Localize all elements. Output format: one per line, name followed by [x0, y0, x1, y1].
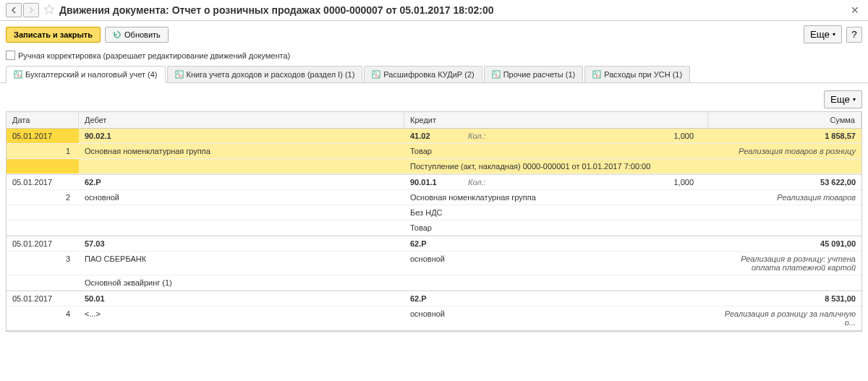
- col-header-date[interactable]: Дата: [7, 112, 79, 128]
- nav-forward-button[interactable]: [23, 3, 39, 17]
- col-header-debit[interactable]: Дебет: [79, 112, 404, 128]
- tab-icon: ДтКт: [14, 70, 22, 79]
- tab-icon: ДтКт: [492, 70, 501, 79]
- cell-sum-desc: [708, 221, 861, 235]
- cell-sum: 53 622,00: [708, 175, 861, 189]
- cell-debit-account: 62.Р: [79, 175, 404, 189]
- cell-debit-detail: [79, 221, 404, 235]
- tab-icon: ДтКт: [592, 70, 601, 79]
- svg-text:Кт: Кт: [596, 74, 600, 78]
- cell-debit-account: 90.02.1: [79, 129, 404, 143]
- table-row[interactable]: 05.01.201790.02.141.02Кол.:1,0001 858,57…: [7, 129, 861, 175]
- cell-row-num: 4: [7, 307, 79, 330]
- cell-row-num: 2: [7, 190, 79, 205]
- tab-icon: ДтКт: [372, 70, 380, 79]
- refresh-button[interactable]: Обновить: [105, 27, 169, 43]
- grid-more-button[interactable]: Еще ▾: [824, 90, 862, 108]
- cell-row-num: [7, 159, 79, 174]
- table-row[interactable]: 05.01.201757.0362.Р45 091,003ПАО СБЕРБАН…: [7, 236, 861, 291]
- cell-debit-detail: [79, 159, 404, 174]
- cell-row-num: [7, 275, 79, 290]
- cell-debit-detail: основной: [79, 190, 404, 205]
- cell-row-num: [7, 205, 79, 220]
- tab-icon: ДтКт: [175, 70, 184, 79]
- cell-sum: 1 858,57: [708, 129, 861, 143]
- cell-sum-desc: [708, 159, 861, 174]
- cell-credit-detail: Основная номенклатурная группа: [404, 190, 708, 205]
- cell-debit-detail: Основной эквайринг (1): [79, 275, 404, 290]
- cell-credit-account: 41.02Кол.:1,000: [404, 129, 708, 143]
- col-header-credit[interactable]: Кредит: [404, 112, 708, 128]
- chevron-down-icon: ▾: [833, 31, 835, 38]
- cell-sum: 45 091,00: [708, 236, 861, 251]
- table-row[interactable]: 05.01.201762.Р90.01.1Кол.:1,00053 622,00…: [7, 175, 861, 236]
- svg-text:Кт: Кт: [375, 74, 380, 78]
- cell-credit-detail: [404, 275, 708, 290]
- tab-1[interactable]: ДтКтКнига учета доходов и расходов (разд…: [167, 66, 363, 82]
- cell-date: 05.01.2017: [7, 175, 79, 189]
- cell-credit-detail: основной: [404, 307, 708, 330]
- close-button[interactable]: ✕: [848, 4, 862, 16]
- cell-debit-account: 57.03: [79, 236, 404, 251]
- cell-row-num: 1: [7, 144, 79, 158]
- table-row[interactable]: 05.01.201750.0162.Р8 531,004<...>основно…: [7, 291, 861, 331]
- cell-date: 05.01.2017: [7, 236, 79, 251]
- cell-sum-desc: Реализация товаров в розницу: [708, 144, 861, 158]
- tab-3[interactable]: ДтКтПрочие расчеты (1): [484, 66, 584, 82]
- cell-sum-desc: Реализация в розницу: учтена оплата плат…: [708, 252, 861, 275]
- cell-credit-account: 62.Р: [404, 236, 708, 251]
- cell-sum-desc: Реализация в розницу за наличную о...: [708, 307, 861, 330]
- cell-sum: 8 531,00: [708, 291, 861, 306]
- cell-sum-desc: [708, 275, 861, 290]
- cell-credit-detail: Без НДС: [404, 205, 708, 220]
- cell-debit-detail: Основная номенклатурная группа: [79, 144, 404, 158]
- svg-text:Кт: Кт: [495, 74, 500, 78]
- cell-credit-detail: Поступление (акт, накладная) 0000-000001…: [404, 159, 708, 174]
- more-button[interactable]: Еще ▾: [804, 25, 842, 43]
- cell-sum-desc: Реализация товаров: [708, 190, 861, 205]
- chevron-down-icon: ▾: [853, 96, 856, 103]
- cell-debit-account: 50.01: [79, 291, 404, 306]
- cell-credit-detail: Товар: [404, 221, 708, 235]
- manual-edit-label: Ручная корректировка (разрешает редактир…: [18, 51, 290, 60]
- tab-0[interactable]: ДтКтБухгалтерский и налоговый учет (4): [6, 66, 166, 83]
- favorite-star-icon[interactable]: [43, 4, 55, 17]
- cell-credit-account: 90.01.1Кол.:1,000: [404, 175, 708, 189]
- refresh-icon: [113, 30, 122, 39]
- cell-date: 05.01.2017: [7, 291, 79, 306]
- cell-credit-detail: Товар: [404, 144, 708, 158]
- save-close-button[interactable]: Записать и закрыть: [6, 27, 101, 43]
- cell-debit-detail: <...>: [79, 307, 404, 330]
- nav-back-button[interactable]: [6, 3, 22, 17]
- cell-debit-detail: [79, 205, 404, 220]
- cell-row-num: [7, 221, 79, 235]
- col-header-sum[interactable]: Сумма: [708, 112, 861, 128]
- tab-2[interactable]: ДтКтРасшифровка КУДиР (2): [364, 66, 482, 82]
- cell-credit-account: 62.Р: [404, 291, 708, 306]
- cell-credit-detail: основной: [404, 252, 708, 275]
- svg-text:Кт: Кт: [17, 74, 22, 78]
- cell-debit-detail: ПАО СБЕРБАНК: [79, 252, 404, 275]
- help-button[interactable]: ?: [846, 27, 862, 43]
- cell-date: 05.01.2017: [7, 129, 79, 143]
- cell-row-num: 3: [7, 252, 79, 275]
- cell-sum-desc: [708, 205, 861, 220]
- tab-4[interactable]: ДтКтРасходы при УСН (1): [584, 66, 690, 82]
- tabs-bar: ДтКтБухгалтерский и налоговый учет (4)Дт…: [0, 66, 868, 83]
- page-title: Движения документа: Отчет о розничных пр…: [59, 4, 848, 16]
- manual-edit-checkbox[interactable]: [6, 51, 15, 60]
- accounting-grid: Дата Дебет Кредит Сумма 05.01.201790.02.…: [6, 111, 862, 332]
- svg-text:Кт: Кт: [179, 74, 183, 78]
